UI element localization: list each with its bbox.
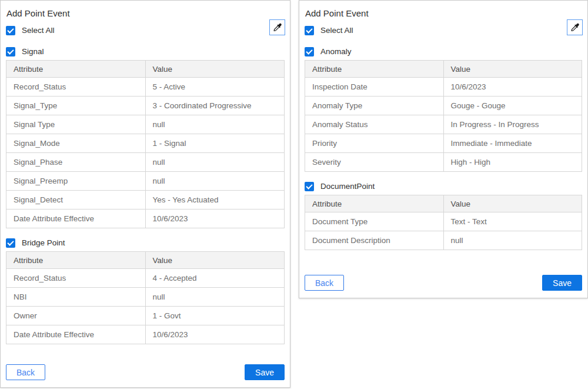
table-row: Record_Status 4 - Accepted [6, 269, 285, 288]
select-all-checkbox[interactable] [305, 26, 314, 35]
section-document-point: DocumentPoint Attribute Value Document T… [305, 172, 582, 250]
value-cell: null [145, 172, 285, 191]
attribute-cell: Record_Status [6, 269, 146, 288]
attribute-cell: Record_Status [6, 78, 146, 97]
value-cell: null [145, 115, 285, 134]
table-row: Signal_Mode 1 - Signal [6, 134, 285, 153]
eyedropper-icon [273, 23, 282, 32]
table-row: Signal_Detect Yes - Yes Actuated [6, 191, 285, 210]
table-row: Signal_Preemp null [6, 172, 285, 191]
back-button[interactable]: Back [305, 275, 344, 291]
attribute-column-header: Attribute [6, 61, 146, 78]
attribute-cell: Owner [6, 307, 146, 325]
table-header-row: Attribute Value [305, 61, 582, 78]
attribute-column-header: Attribute [305, 195, 444, 212]
section-anomaly: Anomaly Attribute Value Inspection Date … [305, 35, 582, 172]
value-cell: 10/6/2023 [145, 210, 285, 228]
attribute-table: Attribute Value Inspection Date 10/6/202… [305, 60, 582, 172]
attribute-cell: Severity [305, 153, 444, 172]
eyedropper-icon [570, 23, 580, 32]
section-checkbox[interactable] [305, 182, 314, 191]
value-cell: High - High [443, 153, 582, 172]
eyedropper-button[interactable] [567, 19, 583, 35]
table-row: NBI null [6, 288, 285, 307]
value-cell: Text - Text [443, 212, 582, 231]
table-header-row: Attribute Value [6, 61, 285, 78]
value-cell: Immediate - Immediate [443, 134, 582, 153]
table-row: Anomaly Status In Progress - In Progress [305, 115, 582, 134]
value-cell: 1 - Govt [145, 307, 285, 325]
table-header-row: Attribute Value [6, 252, 285, 269]
value-cell: 10/6/2023 [145, 325, 285, 344]
value-cell: In Progress - In Progress [443, 115, 582, 134]
table-row: Priority Immediate - Immediate [305, 134, 582, 153]
panel-footer: Back Save [6, 364, 285, 380]
section-signal: Signal Attribute Value Record_Status 5 -… [6, 35, 285, 228]
attribute-cell: Anomaly Type [305, 97, 444, 115]
attribute-column-header: Attribute [305, 61, 444, 78]
value-cell: null [145, 153, 285, 172]
page-title: Add Point Event [6, 8, 284, 19]
attribute-cell: Inspection Date [305, 78, 444, 97]
table-row: Signal Type null [6, 115, 285, 134]
attribute-cell: Priority [305, 134, 444, 153]
attribute-column-header: Attribute [6, 252, 146, 269]
section-label: Bridge Point [22, 238, 65, 247]
value-cell: Yes - Yes Actuated [145, 191, 285, 210]
back-button[interactable]: Back [6, 364, 45, 380]
attribute-table: Attribute Value Document Type Text - Tex… [305, 195, 582, 250]
value-column-header: Value [145, 252, 285, 269]
select-all-row[interactable]: Select All [6, 25, 285, 35]
section-label: DocumentPoint [320, 182, 375, 191]
value-cell: 10/6/2023 [443, 78, 582, 97]
value-column-header: Value [443, 61, 582, 78]
table-row: Owner 1 - Govt [6, 307, 285, 325]
section-bridge-point: Bridge Point Attribute Value Record_Stat… [6, 228, 285, 344]
table-row: Document Description null [305, 231, 582, 250]
section-checkbox-row[interactable]: Bridge Point [6, 238, 285, 248]
section-checkbox-row[interactable]: DocumentPoint [305, 181, 582, 191]
value-cell: 3 - Coordinated Progressive [145, 97, 285, 115]
panel-footer: Back Save [305, 275, 582, 291]
save-button[interactable]: Save [542, 275, 582, 291]
attribute-cell: Document Type [305, 212, 444, 231]
section-label: Anomaly [320, 47, 352, 56]
attribute-cell: Signal Type [6, 115, 146, 134]
value-cell: 1 - Signal [145, 134, 285, 153]
page-title: Add Point Event [305, 8, 582, 19]
save-button[interactable]: Save [245, 364, 285, 380]
section-checkbox-row[interactable]: Signal [6, 46, 285, 56]
value-cell: null [145, 288, 285, 307]
table-row: Date Attribute Effective 10/6/2023 [6, 325, 285, 344]
value-column-header: Value [443, 195, 582, 212]
select-all-row[interactable]: Select All [305, 25, 582, 35]
attribute-cell: Date Attribute Effective [6, 210, 146, 228]
select-all-label: Select All [22, 26, 55, 35]
table-row: Anomaly Type Gouge - Gouge [305, 97, 582, 115]
select-all-checkbox[interactable] [6, 26, 15, 35]
attribute-cell: Signal_Mode [6, 134, 146, 153]
add-point-event-panel-right: Add Point Event Select All Anomaly Attri… [299, 0, 588, 298]
table-row: Date Attribute Effective 10/6/2023 [6, 210, 285, 228]
table-row: Inspection Date 10/6/2023 [305, 78, 582, 97]
value-cell: null [443, 231, 582, 250]
attribute-cell: Signal_Detect [6, 191, 146, 210]
section-checkbox[interactable] [6, 47, 15, 56]
attribute-cell: Date Attribute Effective [6, 325, 146, 344]
value-cell: 5 - Active [145, 78, 285, 97]
table-row: Signal_Phase null [6, 153, 285, 172]
attribute-cell: Signal_Type [6, 97, 146, 115]
section-checkbox[interactable] [305, 47, 314, 56]
attribute-cell: NBI [6, 288, 146, 307]
attribute-cell: Anomaly Status [305, 115, 444, 134]
table-row: Record_Status 5 - Active [6, 78, 285, 97]
attribute-table: Attribute Value Record_Status 5 - Active… [6, 60, 285, 228]
section-checkbox-row[interactable]: Anomaly [305, 46, 582, 56]
eyedropper-button[interactable] [269, 19, 285, 35]
attribute-cell: Document Description [305, 231, 444, 250]
section-label: Signal [22, 47, 44, 56]
section-checkbox[interactable] [6, 238, 15, 248]
value-cell: 4 - Accepted [145, 269, 285, 288]
table-header-row: Attribute Value [305, 195, 582, 212]
attribute-table: Attribute Value Record_Status 4 - Accept… [6, 251, 285, 344]
